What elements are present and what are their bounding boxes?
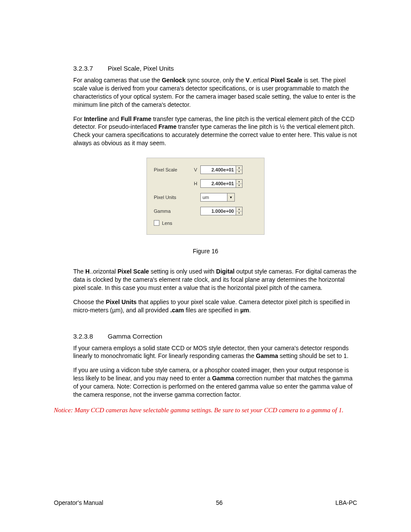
- paragraph: If your camera employs a solid state CCD…: [73, 344, 357, 361]
- pixel-units-select[interactable]: um ▼: [200, 193, 235, 202]
- paragraph: The H..orizontal Pixel Scale setting is …: [73, 268, 357, 292]
- pixel-units-value: um: [201, 195, 227, 200]
- paragraph: For Interline and Full Frame transfer ty…: [73, 115, 357, 148]
- spinner-up-icon[interactable]: ▲: [236, 166, 242, 170]
- paragraph: If you are using a vidicon tube style ca…: [73, 366, 357, 399]
- h-label: H: [193, 181, 199, 186]
- paragraph: For analog cameras that use the Genlock …: [73, 76, 357, 109]
- figure-caption: Figure 16: [193, 248, 218, 255]
- pixel-scale-v-value: 2.400e+01: [201, 167, 236, 172]
- pixel-scale-v-spinner[interactable]: 2.400e+01 ▲ ▼: [200, 165, 243, 174]
- spinner-down-icon[interactable]: ▼: [236, 184, 242, 188]
- pixel-scale-h-value: 2.400e+01: [201, 181, 236, 186]
- paragraph: Choose the Pixel Units that applies to y…: [73, 298, 357, 314]
- pixel-scale-label: Pixel Scale: [154, 167, 193, 172]
- section-number: 3.2.3.7: [73, 65, 108, 72]
- gamma-label: Gamma: [154, 208, 193, 214]
- lens-label: Lens: [162, 221, 172, 226]
- section-title: Pixel Scale, Pixel Units: [108, 65, 174, 72]
- footer-right: LBA-PC: [335, 499, 357, 506]
- section-number: 3.2.3.8: [73, 333, 108, 340]
- chevron-down-icon[interactable]: ▼: [227, 193, 234, 201]
- v-label: V: [193, 167, 199, 172]
- spinner-up-icon[interactable]: ▲: [236, 180, 242, 184]
- gamma-value: 1.000e+00: [201, 208, 236, 214]
- lens-checkbox[interactable]: [154, 220, 159, 226]
- spinner-down-icon[interactable]: ▼: [236, 170, 242, 174]
- spinner-down-icon[interactable]: ▼: [236, 212, 242, 215]
- gamma-spinner[interactable]: 1.000e+00 ▲ ▼: [200, 207, 243, 215]
- section-title: Gamma Correction: [108, 333, 162, 340]
- pixel-scale-h-spinner[interactable]: 2.400e+01 ▲ ▼: [200, 179, 243, 188]
- spinner-up-icon[interactable]: ▲: [236, 207, 242, 212]
- settings-dialog: Pixel Scale V 2.400e+01 ▲ ▼ H 2.400e+01 …: [146, 158, 265, 235]
- footer-left: Operator's Manual: [54, 499, 103, 506]
- notice-text: Notice: Many CCD cameras have selectable…: [54, 407, 357, 414]
- page-number: 56: [216, 499, 223, 506]
- pixel-units-label: Pixel Units: [154, 195, 193, 200]
